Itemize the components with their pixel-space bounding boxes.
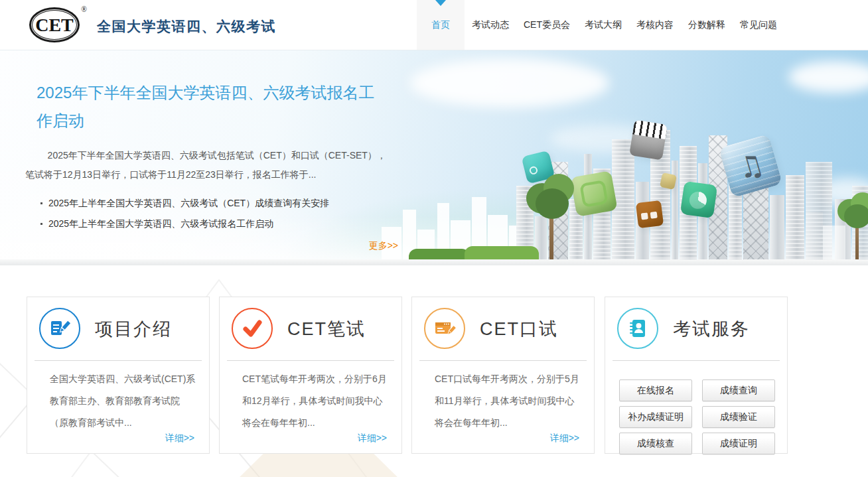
score-verification-button[interactable]: 成绩验证 xyxy=(702,406,775,428)
nav-item-cet-committee[interactable]: CET委员会 xyxy=(516,0,577,50)
bush xyxy=(409,249,470,260)
cet-logo[interactable]: CET ® xyxy=(29,7,87,42)
site-header: CET ® 全国大学英语四、六级考试 首页 考试动态 CET委员会 考试大纲 考… xyxy=(0,0,868,50)
reissue-score-certificate-button[interactable]: 补办成绩证明 xyxy=(619,406,692,428)
tree xyxy=(526,171,577,260)
news-item-link[interactable]: 2025年上半年全国大学英语四、六级考试（CET）成绩查询有关安排 xyxy=(40,193,400,214)
card-head: 考试服务 xyxy=(605,297,787,360)
service-buttons-grid: 在线报名 成绩查询 补办成绩证明 成绩验证 成绩核查 成绩证明 xyxy=(619,379,787,454)
nav-label: 常见问题 xyxy=(740,19,777,31)
nav-label: 考核内容 xyxy=(636,19,674,31)
card-body-text: 全国大学英语四、六级考试(CET)系教育部主办、教育部教育考试院（原教育部考试中… xyxy=(50,368,197,434)
contact-book-icon xyxy=(617,308,658,349)
cloud xyxy=(410,58,609,107)
nav-label: 考试动态 xyxy=(472,19,509,31)
tree xyxy=(837,191,868,260)
card-project-intro: 项目介绍 全国大学英语四、六级考试(CET)系教育部主办、教育部教育考试院（原教… xyxy=(27,297,210,454)
hero-banner: ♫ 2025年下半年全国大学英语四、六级考试报名工作启动 2025年下半年全国大… xyxy=(0,50,868,265)
score-query-button[interactable]: 成绩查询 xyxy=(702,379,775,401)
music-note-glyph: ♫ xyxy=(733,146,768,186)
news-list: 2025年上半年全国大学英语四、六级考试（CET）成绩查询有关安排 2025年上… xyxy=(40,193,400,234)
divider xyxy=(419,360,587,361)
divider xyxy=(613,360,780,361)
score-recheck-button[interactable]: 成绩核查 xyxy=(619,433,692,454)
card-head: 项目介绍 xyxy=(27,297,209,360)
news-item-link[interactable]: 2025年上半年全国大学英语四、六级考试报名工作启动 xyxy=(40,214,400,234)
nav-item-exam-syllabus[interactable]: 考试大纲 xyxy=(577,0,629,50)
main-nav: 首页 考试动态 CET委员会 考试大纲 考核内容 分数解释 常见问题 xyxy=(417,0,784,50)
piano-cube xyxy=(629,119,668,160)
divider xyxy=(35,360,202,361)
card-body-text: CET笔试每年开考两次，分别于6月和12月举行，具体考试时间我中心将会在每年年初… xyxy=(242,368,390,434)
checkmark-icon xyxy=(232,308,273,349)
nav-item-assessment-content[interactable]: 考核内容 xyxy=(629,0,681,50)
card-title: 项目介绍 xyxy=(95,317,172,341)
card-title: CET口试 xyxy=(480,317,558,341)
card-head: CET笔试 xyxy=(220,297,401,360)
card-head: CET口试 xyxy=(412,297,594,360)
nav-item-exam-news[interactable]: 考试动态 xyxy=(465,0,516,50)
registered-mark: ® xyxy=(81,5,87,15)
exam-window-pencil-icon xyxy=(424,308,465,349)
cet-oval-logo-icon: CET xyxy=(29,7,80,42)
divider xyxy=(227,360,394,361)
nav-label: 考试大纲 xyxy=(585,19,622,31)
abacus-cube xyxy=(636,200,664,228)
nav-label: CET委员会 xyxy=(524,19,570,31)
cards-section: 项目介绍 全国大学英语四、六级考试(CET)系教育部主办、教育部教育考试院（原教… xyxy=(0,265,868,477)
card-body-text: CET口试每年开考两次，分别于5月和11月举行，具体考试时间我中心将会在每年年初… xyxy=(435,368,582,434)
nav-item-score-interpretation[interactable]: 分数解释 xyxy=(681,0,733,50)
green-screen-cube xyxy=(570,170,617,217)
card-cet-written: CET笔试 CET笔试每年开考两次，分别于6月和12月举行，具体考试时间我中心将… xyxy=(219,297,402,454)
card-title: CET笔试 xyxy=(287,317,366,341)
nav-label: 首页 xyxy=(431,19,450,31)
detail-link[interactable]: 详细>> xyxy=(165,433,194,444)
score-certificate-button[interactable]: 成绩证明 xyxy=(702,433,775,454)
logo-text: CET xyxy=(35,16,74,34)
ground-strip xyxy=(0,259,868,265)
nav-item-home[interactable]: 首页 xyxy=(417,0,465,50)
building xyxy=(786,175,804,260)
nav-item-faq[interactable]: 常见问题 xyxy=(733,0,784,50)
detail-link[interactable]: 详细>> xyxy=(358,433,387,444)
cloud xyxy=(788,61,868,93)
banner-news-panel: 2025年下半年全国大学英语四、六级考试报名工作启动 2025年下半年全国大学英… xyxy=(25,50,400,252)
card-exam-services: 考试服务 在线报名 成绩查询 补办成绩证明 成绩验证 成绩核查 成绩证明 xyxy=(605,297,788,454)
online-registration-button[interactable]: 在线报名 xyxy=(619,379,692,401)
more-link[interactable]: 更多>> xyxy=(25,240,398,252)
card-title: 考试服务 xyxy=(673,317,750,341)
pie-chart-cube xyxy=(680,181,717,218)
document-pencil-icon xyxy=(39,308,80,349)
building xyxy=(770,195,784,260)
nav-label: 分数解释 xyxy=(688,19,725,31)
banner-summary: 2025年下半年全国大学英语四、六级考试包括笔试（CET）和口试（CET-SET… xyxy=(25,146,387,184)
card-cet-oral: CET口试 CET口试每年开考两次，分别于5月和11月举行，具体考试时间我中心将… xyxy=(411,297,595,454)
site-title: 全国大学英语四、六级考试 xyxy=(97,17,276,36)
yellow-cube xyxy=(660,172,677,190)
detail-link[interactable]: 详细>> xyxy=(550,433,579,444)
banner-headline-link[interactable]: 2025年下半年全国大学英语四、六级考试报名工作启动 xyxy=(36,79,385,135)
